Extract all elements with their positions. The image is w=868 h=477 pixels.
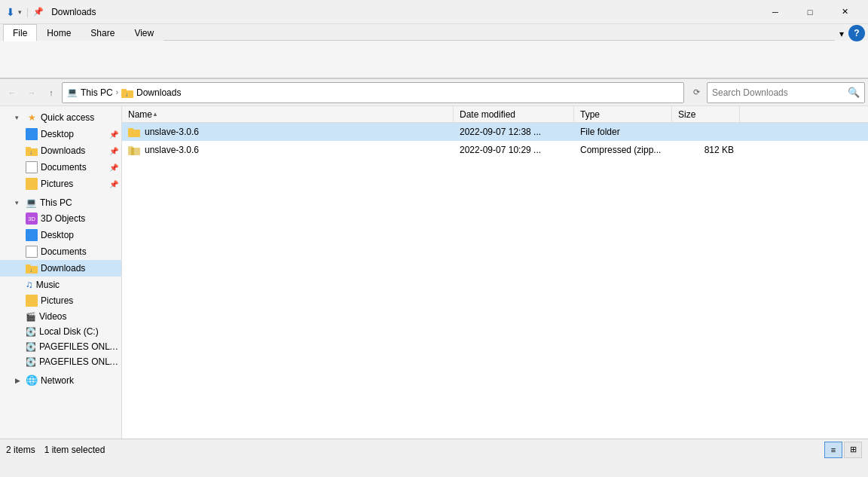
details-view-button[interactable]: ≡ xyxy=(824,442,842,458)
network-label: Network xyxy=(41,375,118,386)
svg-rect-10 xyxy=(128,128,133,131)
quick-access-icon: ⬇ xyxy=(6,6,15,18)
title-bar-down-arrow[interactable]: ▾ xyxy=(18,8,22,16)
network-expand-icon: ▶ xyxy=(15,377,26,384)
file-type-1: File folder xyxy=(580,127,620,137)
search-box[interactable]: 🔍 xyxy=(707,82,865,103)
up-button[interactable]: ↑ xyxy=(42,82,60,103)
col-header-size[interactable]: Size xyxy=(672,106,740,122)
search-input[interactable] xyxy=(712,87,845,98)
tab-share[interactable]: Share xyxy=(81,24,124,41)
zip-icon xyxy=(128,144,140,156)
sidebar-item-3dobjects[interactable]: 3D 3D Objects xyxy=(0,210,121,227)
pagefiles1-label: PAGEFILES ONLY (D xyxy=(39,341,118,352)
empty-space xyxy=(122,159,868,439)
file-cell-size-1 xyxy=(672,130,740,133)
sidebar-item-documents[interactable]: Documents xyxy=(0,243,121,260)
documents-pin-icon: 📌 xyxy=(109,164,118,172)
downloads-pin-icon: 📌 xyxy=(109,147,118,155)
sidebar-item-pagefiles1[interactable]: 💽 PAGEFILES ONLY (D xyxy=(0,339,121,354)
file-date-1: 2022-09-07 12:38 ... xyxy=(460,127,541,137)
videos-icon: 🎬 xyxy=(26,312,36,322)
sidebar-item-documents-qa[interactable]: Documents 📌 xyxy=(0,159,121,176)
title-bar-pin-icon[interactable]: 📌 xyxy=(33,7,44,17)
sidebar-thispc[interactable]: ▾ 💻 This PC xyxy=(0,195,121,210)
file-name-1: unslave-3.0.6 xyxy=(145,127,199,137)
pictures-icon xyxy=(26,178,38,190)
svg-rect-13 xyxy=(131,148,134,155)
sidebar-item-music[interactable]: ♫ Music xyxy=(0,277,121,292)
3dobjects-icon: 3D xyxy=(26,213,38,225)
documents-icon xyxy=(26,161,38,173)
col-header-type[interactable]: Type xyxy=(574,106,672,122)
sidebar: ▾ ★ Quick access Desktop 📌 ↓ Downloads 📌… xyxy=(0,106,122,439)
downloads-qa-label: Downloads xyxy=(41,145,106,156)
sidebar-item-localc[interactable]: 💽 Local Disk (C:) xyxy=(0,324,121,339)
desktop-pin-icon: 📌 xyxy=(109,130,118,139)
status-bar: 2 items 1 item selected ≡ ⊞ xyxy=(0,439,868,460)
path-thispc: This PC xyxy=(81,87,113,98)
folder-icon-1 xyxy=(128,126,140,138)
title-bar: ⬇ ▾ | 📌 Downloads ─ □ ✕ xyxy=(0,0,868,24)
file-cell-date-2: 2022-09-07 10:29 ... xyxy=(454,143,574,157)
file-row-zip[interactable]: unslave-3.0.6 2022-09-07 10:29 ... Compr… xyxy=(122,141,868,159)
sidebar-item-pictures-qa[interactable]: Pictures 📌 xyxy=(0,176,121,192)
col-type-label: Type xyxy=(580,109,600,120)
svg-text:↓: ↓ xyxy=(29,149,32,156)
col-header-name[interactable]: Name ▲ xyxy=(122,106,454,122)
desktop-qa-label: Desktop xyxy=(41,129,106,139)
desktop-thispc-icon xyxy=(26,229,38,241)
ribbon-tabs: File Home Share View ▾ ? xyxy=(0,24,868,41)
ribbon-expand-icon[interactable]: ▾ xyxy=(835,24,848,41)
file-cell-name-2: unslave-3.0.6 xyxy=(122,142,454,157)
tab-home[interactable]: Home xyxy=(37,24,81,41)
file-row-folder[interactable]: unslave-3.0.6 2022-09-07 12:38 ... File … xyxy=(122,123,868,141)
title-bar-controls: ─ □ ✕ xyxy=(758,0,862,24)
sidebar-item-pagefiles2[interactable]: 💽 PAGEFILES ONLY (D:) xyxy=(0,354,121,369)
pagefiles1-icon: 💽 xyxy=(26,342,36,352)
file-date-2: 2022-09-07 10:29 ... xyxy=(460,145,541,155)
thispc-expand-icon: ▾ xyxy=(15,199,26,206)
sidebar-network[interactable]: ▶ 🌐 Network xyxy=(0,372,121,388)
address-path[interactable]: 💻 This PC › ↓ Downloads xyxy=(62,82,684,103)
3dobjects-label: 3D Objects xyxy=(41,213,118,224)
file-cell-size-2: 812 KB xyxy=(672,143,740,157)
sidebar-item-pictures[interactable]: Pictures xyxy=(0,292,121,309)
file-name-2: unslave-3.0.6 xyxy=(145,145,199,155)
search-icon: 🔍 xyxy=(848,87,860,98)
sidebar-item-downloads[interactable]: ↓ Downloads xyxy=(0,260,121,277)
downloads-qa-icon: ↓ xyxy=(26,145,38,157)
minimize-button[interactable]: ─ xyxy=(758,0,793,24)
sidebar-item-downloads-qa[interactable]: ↓ Downloads 📌 xyxy=(0,142,121,159)
maximize-button[interactable]: □ xyxy=(793,0,827,24)
pagefiles2-label: PAGEFILES ONLY (D:) xyxy=(39,356,118,367)
quickaccess-expand-icon: ▾ xyxy=(15,114,26,121)
desktop-icon xyxy=(26,128,38,140)
path-downloads-icon: ↓ xyxy=(121,87,133,99)
forward-button[interactable]: → xyxy=(23,82,41,103)
refresh-button[interactable]: ⟳ xyxy=(687,82,705,103)
help-icon[interactable]: ? xyxy=(848,25,865,41)
documents-qa-label: Documents xyxy=(41,162,106,173)
address-bar: ← → ↑ 💻 This PC › ↓ Downloads ⟳ 🔍 xyxy=(0,79,868,106)
sidebar-item-videos[interactable]: 🎬 Videos xyxy=(0,309,121,324)
svg-text:↓: ↓ xyxy=(29,267,32,274)
tab-view[interactable]: View xyxy=(124,24,164,41)
pictures-qa-label: Pictures xyxy=(41,179,106,189)
sidebar-item-desktop-qa[interactable]: Desktop 📌 xyxy=(0,126,121,142)
ribbon-content xyxy=(0,41,868,78)
sidebar-quickaccess[interactable]: ▾ ★ Quick access xyxy=(0,109,121,126)
file-cell-name-1: unslave-3.0.6 xyxy=(122,124,454,139)
back-button[interactable]: ← xyxy=(3,82,21,103)
documents-thispc-label: Documents xyxy=(41,246,118,257)
col-header-date[interactable]: Date modified xyxy=(454,106,574,122)
title-bar-title: Downloads xyxy=(51,7,96,17)
ribbon: File Home Share View ▾ ? xyxy=(0,24,868,79)
music-icon: ♫ xyxy=(26,279,33,290)
close-button[interactable]: ✕ xyxy=(827,0,862,24)
network-icon: 🌐 xyxy=(26,375,38,386)
selection-info: 1 item selected xyxy=(44,445,105,455)
tab-file[interactable]: File xyxy=(3,24,37,41)
sidebar-item-desktop[interactable]: Desktop xyxy=(0,227,121,243)
grid-view-button[interactable]: ⊞ xyxy=(844,442,862,458)
